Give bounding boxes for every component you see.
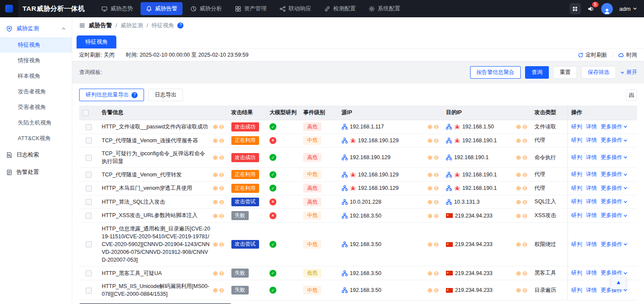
sidebar-item[interactable]: ATT&CK视角 (0, 131, 72, 146)
back-to-top-button[interactable]: ▲ (611, 275, 626, 289)
filter-include-icon[interactable]: ⊕ (427, 172, 433, 178)
filter-include-icon[interactable]: ⊕ (213, 185, 218, 191)
column-settings-button[interactable] (626, 90, 637, 101)
menu-toggle-icon[interactable] (79, 22, 85, 29)
nav-situation[interactable]: 威胁态势 (96, 2, 138, 15)
sidebar-item[interactable]: 攻击者视角 (0, 84, 72, 99)
ip-address[interactable]: 10.0.201.228 (350, 199, 381, 205)
filter-exclude-icon[interactable]: ⊖ (522, 138, 528, 144)
detail-link[interactable]: 详情 (586, 123, 597, 131)
filter-include-icon[interactable]: ⊕ (427, 124, 433, 130)
notifications-button[interactable]: 5 (587, 5, 595, 13)
apps-grid-button[interactable] (570, 3, 581, 14)
filter-exclude-icon[interactable]: ⊖ (522, 241, 528, 247)
select-all-checkbox[interactable] (83, 110, 89, 116)
expand-button[interactable]: 展开 (620, 69, 637, 76)
filter-exclude-icon[interactable]: ⊖ (434, 154, 439, 160)
detail-link[interactable]: 详情 (586, 154, 597, 161)
filter-include-icon[interactable]: ⊕ (516, 287, 521, 293)
judge-link[interactable]: 研判 (571, 185, 582, 192)
filter-exclude-icon[interactable]: ⊖ (219, 124, 224, 130)
breadcrumb-item[interactable]: 威胁监测 (121, 22, 143, 29)
filter-include-icon[interactable]: ⊕ (213, 172, 218, 178)
filter-exclude-icon[interactable]: ⊖ (434, 241, 439, 247)
ip-address[interactable]: 192.168.1.50 (462, 124, 494, 130)
more-actions-link[interactable]: 更多操作 (601, 154, 628, 161)
judge-link[interactable]: 研判 (571, 137, 582, 144)
ip-address[interactable]: 192.168.190.129 (358, 185, 399, 191)
sidebar-group-threat-monitor[interactable]: 威胁监测 (0, 20, 72, 37)
row-checkbox[interactable] (86, 186, 92, 192)
filter-include-icon[interactable]: ⊕ (516, 199, 521, 205)
search-button[interactable]: 查询 (525, 66, 549, 79)
aggregate-button[interactable]: 按告警信息聚合 (470, 66, 521, 79)
alert-info-text[interactable]: TCP_代理隧道_Venom_连接代理服务器 (102, 137, 210, 144)
nav-response[interactable]: 联动响应 (274, 2, 316, 15)
sidebar-item[interactable]: 特征视角 (0, 37, 72, 53)
tab-feature-view[interactable]: 特征视角 (77, 35, 116, 48)
row-checkbox[interactable] (86, 138, 92, 144)
sidebar-item[interactable]: 样本视角 (0, 68, 72, 84)
ip-address[interactable]: 192.168.190.1 (462, 172, 497, 178)
sidebar-item[interactable]: 受害者视角 (0, 99, 72, 115)
judge-link[interactable]: 研判 (571, 171, 582, 178)
nav-alert[interactable]: 威胁告警 (141, 2, 183, 15)
ip-address[interactable]: 219.234.94.233 (455, 213, 493, 219)
filter-include-icon[interactable]: ⊕ (516, 172, 521, 178)
filter-exclude-icon[interactable]: ⊖ (219, 172, 224, 178)
alert-info-text[interactable]: TCP_可疑行为_ipconfig命令_反弹远程命令执行回显 (102, 150, 210, 165)
filter-exclude-icon[interactable]: ⊖ (522, 270, 528, 276)
more-actions-link[interactable]: 更多操作 (601, 123, 628, 131)
detail-link[interactable]: 详情 (586, 171, 597, 178)
alert-info-text[interactable]: HTTP_木马后门_venom穿透工具使用 (102, 184, 210, 192)
filter-exclude-icon[interactable]: ⊖ (522, 287, 528, 293)
row-checkbox[interactable] (86, 270, 92, 276)
filter-exclude-icon[interactable]: ⊖ (434, 199, 439, 205)
more-actions-link[interactable]: 更多操作 (601, 137, 628, 144)
filter-include-icon[interactable]: ⊕ (213, 213, 218, 219)
ip-address[interactable]: 192.168.190.129 (358, 172, 399, 178)
time-button[interactable]: 时间 (618, 51, 637, 59)
filter-exclude-icon[interactable]: ⊖ (219, 241, 224, 247)
ip-address[interactable]: 192.168.190.1 (462, 138, 497, 144)
filter-include-icon[interactable]: ⊕ (516, 154, 521, 160)
ip-address[interactable]: 219.234.94.233 (455, 241, 493, 247)
filter-include-icon[interactable]: ⊕ (427, 154, 433, 160)
filter-include-icon[interactable]: ⊕ (427, 199, 433, 205)
filter-exclude-icon[interactable]: ⊖ (434, 270, 439, 276)
detail-link[interactable]: 详情 (586, 212, 597, 219)
detail-link[interactable]: 详情 (586, 269, 597, 277)
row-checkbox[interactable] (86, 241, 92, 247)
nav-detection-config[interactable]: 检测配置 (319, 2, 361, 15)
breadcrumb-item[interactable]: 威胁告警 (89, 22, 112, 29)
breadcrumb-item[interactable]: 特征视角 (151, 22, 174, 29)
judge-link[interactable]: 研判 (571, 241, 582, 248)
ip-address[interactable]: 192.168.3.50 (350, 241, 381, 247)
log-export-button[interactable]: 日志导出 (148, 89, 183, 101)
judge-link[interactable]: 研判 (571, 287, 582, 294)
filter-exclude-icon[interactable]: ⊖ (434, 287, 439, 293)
filter-include-icon[interactable]: ⊕ (516, 185, 521, 191)
filter-include-icon[interactable]: ⊕ (516, 138, 521, 144)
ip-address[interactable]: 192.168.190.129 (350, 154, 391, 160)
filter-exclude-icon[interactable]: ⊖ (219, 270, 224, 276)
more-actions-link[interactable]: 更多操作 (601, 212, 628, 219)
judge-link[interactable]: 研判 (571, 198, 582, 205)
ip-address[interactable]: 10.3.131.3 (454, 199, 480, 205)
filter-include-icon[interactable]: ⊕ (427, 138, 433, 144)
filter-include-icon[interactable]: ⊕ (516, 241, 521, 247)
alert-info-text[interactable]: TCP_代理隧道_Venom_代理转发 (102, 171, 210, 179)
reset-button[interactable]: 重置 (553, 66, 577, 79)
filter-include-icon[interactable]: ⊕ (213, 270, 218, 276)
sidebar-item[interactable]: 失陷主机视角 (0, 115, 72, 131)
sidebar-item-log-search[interactable]: 日志检索 (0, 146, 72, 163)
filter-include-icon[interactable]: ⊕ (427, 185, 433, 191)
judge-link[interactable]: 研判 (571, 212, 582, 219)
alert-info-text[interactable]: HTTP_文件读取__passwd文件内容读取成功 (102, 123, 210, 131)
user-menu[interactable]: adm (619, 6, 637, 12)
filter-include-icon[interactable]: ⊕ (213, 124, 218, 130)
filter-include-icon[interactable]: ⊕ (516, 270, 521, 276)
judge-link[interactable]: 研判 (571, 269, 582, 277)
alert-info-text[interactable]: HTTP_MS_IIS_Unicode解码漏洞利用[MS00-078][CVE-… (102, 282, 210, 298)
filter-exclude-icon[interactable]: ⊖ (522, 185, 528, 191)
